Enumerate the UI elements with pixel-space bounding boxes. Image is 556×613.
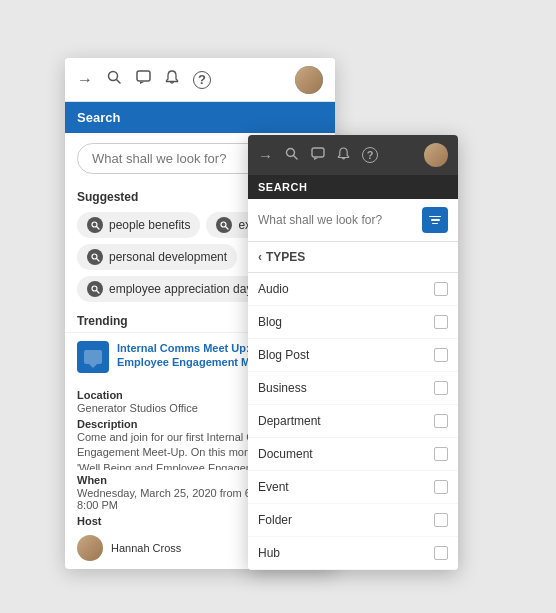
svg-line-12 bbox=[294, 155, 298, 159]
type-item-department[interactable]: Department bbox=[248, 405, 458, 438]
type-label: Folder bbox=[258, 513, 292, 527]
svg-rect-13 bbox=[312, 148, 324, 157]
type-checkbox[interactable] bbox=[434, 447, 448, 461]
type-item-audio[interactable]: Audio bbox=[248, 273, 458, 306]
front-bell-icon[interactable] bbox=[337, 147, 350, 164]
chip-search-icon bbox=[87, 281, 103, 297]
bell-icon[interactable] bbox=[165, 70, 179, 89]
front-search-input[interactable] bbox=[258, 213, 416, 227]
search-icon-top[interactable] bbox=[107, 70, 122, 89]
type-checkbox[interactable] bbox=[434, 282, 448, 296]
front-help-icon[interactable]: ? bbox=[362, 147, 378, 163]
front-chat-icon[interactable] bbox=[311, 147, 325, 164]
chevron-left-icon: ‹ bbox=[258, 250, 262, 264]
type-item-blog[interactable]: Blog bbox=[248, 306, 458, 339]
type-label: Blog Post bbox=[258, 348, 309, 362]
type-checkbox[interactable] bbox=[434, 414, 448, 428]
filter-icon bbox=[429, 216, 441, 225]
svg-line-4 bbox=[96, 226, 99, 229]
avatar[interactable] bbox=[295, 66, 323, 94]
suggestion-chip[interactable]: personal development bbox=[77, 244, 237, 270]
chat-icon[interactable] bbox=[136, 70, 151, 89]
svg-rect-2 bbox=[137, 71, 150, 81]
suggestion-chip[interactable]: people benefits bbox=[77, 212, 200, 238]
svg-line-8 bbox=[96, 258, 99, 261]
host-name: Hannah Cross bbox=[111, 542, 181, 554]
back-to-types[interactable]: ‹ TYPES bbox=[248, 242, 458, 273]
type-label: Business bbox=[258, 381, 307, 395]
svg-line-10 bbox=[96, 290, 99, 293]
chip-label: employee appreciation day bbox=[109, 282, 252, 296]
front-arrow-icon[interactable]: → bbox=[258, 147, 273, 164]
chip-label: people benefits bbox=[109, 218, 190, 232]
suggestion-chip[interactable]: employee appreciation day bbox=[77, 276, 262, 302]
search-header: Search bbox=[65, 102, 335, 133]
chip-search-icon bbox=[87, 249, 103, 265]
type-checkbox[interactable] bbox=[434, 315, 448, 329]
trending-icon bbox=[77, 341, 109, 373]
type-item-event[interactable]: Event bbox=[248, 471, 458, 504]
front-types-panel: → ? SEARCH bbox=[248, 135, 458, 570]
types-label: TYPES bbox=[266, 250, 305, 264]
arrow-icon[interactable]: → bbox=[77, 71, 93, 89]
filter-button[interactable] bbox=[422, 207, 448, 233]
back-topbar: → ? bbox=[65, 58, 335, 102]
front-search-icon[interactable] bbox=[285, 147, 299, 164]
type-checkbox[interactable] bbox=[434, 348, 448, 362]
type-checkbox[interactable] bbox=[434, 513, 448, 527]
type-label: Blog bbox=[258, 315, 282, 329]
type-label: Audio bbox=[258, 282, 289, 296]
svg-line-1 bbox=[117, 80, 121, 84]
type-checkbox[interactable] bbox=[434, 546, 448, 560]
type-label: Department bbox=[258, 414, 321, 428]
svg-line-6 bbox=[225, 226, 228, 229]
front-search-wrap bbox=[248, 199, 458, 242]
search-header-label: Search bbox=[77, 110, 120, 125]
type-item-business[interactable]: Business bbox=[248, 372, 458, 405]
type-label: Document bbox=[258, 447, 313, 461]
chip-search-icon bbox=[87, 217, 103, 233]
type-item-document[interactable]: Document bbox=[248, 438, 458, 471]
type-item-folder[interactable]: Folder bbox=[248, 504, 458, 537]
host-avatar bbox=[77, 535, 103, 561]
type-label: Event bbox=[258, 480, 289, 494]
type-item-hub[interactable]: Hub bbox=[248, 537, 458, 570]
front-topbar: → ? bbox=[248, 135, 458, 175]
type-checkbox[interactable] bbox=[434, 381, 448, 395]
type-label: Hub bbox=[258, 546, 280, 560]
type-item-blogpost[interactable]: Blog Post bbox=[248, 339, 458, 372]
type-checkbox[interactable] bbox=[434, 480, 448, 494]
types-list: Audio Blog Blog Post Business Department… bbox=[248, 273, 458, 570]
help-icon[interactable]: ? bbox=[193, 71, 211, 89]
search-label-dark: SEARCH bbox=[248, 175, 458, 199]
chip-search-icon bbox=[216, 217, 232, 233]
chip-label: personal development bbox=[109, 250, 227, 264]
front-avatar[interactable] bbox=[424, 143, 448, 167]
